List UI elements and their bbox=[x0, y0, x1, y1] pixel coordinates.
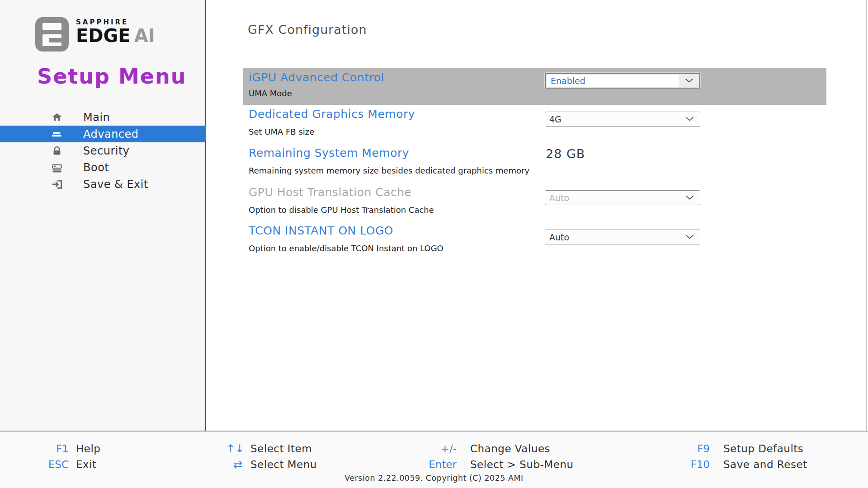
hotkey-bar: F1 Help ESC Exit ↑↓ Select Item ⇄ Select… bbox=[0, 431, 868, 488]
sidebar-item-label: Save & Exit bbox=[83, 178, 148, 191]
scrollbar-track[interactable] bbox=[866, 0, 868, 431]
sidebar-item-label: Advanced bbox=[83, 128, 139, 141]
select-value: Enabled bbox=[547, 75, 679, 87]
setting-desc-tcon-instant-on-logo: Option to enable/disable TCON Instant on… bbox=[249, 244, 443, 253]
hotkey-label: Select Menu bbox=[250, 459, 317, 470]
hotkey-label: Exit bbox=[76, 459, 97, 470]
setting-label-gpu-host-translation-cache: GPU Host Translation Cache bbox=[249, 186, 411, 199]
setting-desc-dedicated-graphics-memory: Set UMA FB size bbox=[249, 127, 314, 136]
drive-icon bbox=[51, 161, 63, 174]
setting-label-igpu-advanced-control[interactable]: iGPU Advanced Control bbox=[249, 71, 384, 84]
logo-text: SAPPHIRE EDGEAI bbox=[76, 17, 155, 45]
bios-setup-screen: SAPPHIRE EDGEAI Setup Menu Main Advanced bbox=[0, 0, 868, 488]
hotkey-label: Select Item bbox=[250, 443, 312, 455]
tcon-instant-on-logo-select[interactable]: Auto bbox=[545, 230, 700, 244]
select-value: 4G bbox=[545, 112, 679, 126]
page-title: GFX Configuration bbox=[248, 23, 367, 37]
chevron-down-icon bbox=[679, 191, 700, 205]
bios-version-text: Version 2.22.0059. Copyright (C) 2025 AM… bbox=[0, 474, 868, 483]
hotkey-save-reset: F10 Save and Reset bbox=[651, 458, 807, 471]
setting-label-dedicated-graphics-memory[interactable]: Dedicated Graphics Memory bbox=[249, 108, 415, 121]
hotkey-label: Help bbox=[76, 443, 100, 455]
setup-menu-title: Setup Menu bbox=[37, 64, 186, 89]
hotkey-select-item: ↑↓ Select Item bbox=[226, 442, 312, 455]
igpu-advanced-control-select[interactable]: Enabled bbox=[545, 73, 700, 89]
hotkey-help: F1 Help bbox=[27, 442, 100, 455]
hotkey-select-menu: ⇄ Select Menu bbox=[226, 458, 317, 471]
left-right-arrows-icon: ⇄ bbox=[226, 458, 242, 471]
hotkey-label: Select > Sub-Menu bbox=[470, 459, 574, 470]
hotkey-label: Save and Reset bbox=[723, 459, 807, 470]
sidebar-item-label: Main bbox=[83, 111, 110, 124]
sidebar: SAPPHIRE EDGEAI Setup Menu Main Advanced bbox=[0, 0, 206, 431]
sliders-icon bbox=[51, 128, 63, 141]
hotkey-change-values: +/- Change Values bbox=[389, 442, 550, 455]
sidebar-menu: Main Advanced Security Boot bbox=[0, 109, 206, 192]
sidebar-item-security[interactable]: Security bbox=[0, 142, 206, 159]
hotkey-key: F10 bbox=[651, 459, 710, 470]
hotkey-label: Setup Defaults bbox=[723, 443, 803, 455]
setting-desc-igpu-advanced-control: UMA Mode bbox=[249, 89, 292, 98]
hotkey-key: Enter bbox=[389, 459, 457, 470]
setting-desc-remaining-system-memory: Remaining system memory size besides ded… bbox=[249, 166, 529, 175]
sidebar-item-advanced[interactable]: Advanced bbox=[0, 126, 206, 142]
hotkey-setup-defaults: F9 Setup Defaults bbox=[651, 442, 803, 455]
hotkey-key: ESC bbox=[27, 459, 69, 470]
sidebar-item-main[interactable]: Main bbox=[0, 109, 206, 126]
hotkey-label: Change Values bbox=[470, 443, 550, 455]
sidebar-item-save-exit[interactable]: Save & Exit bbox=[0, 176, 206, 192]
logo-edge: EDGE bbox=[76, 25, 131, 46]
sidebar-item-label: Boot bbox=[83, 161, 109, 174]
setting-desc-gpu-host-translation-cache: Option to disable GPU Host Translation C… bbox=[249, 205, 434, 215]
chevron-down-icon[interactable] bbox=[679, 230, 700, 244]
hotkey-select-submenu: Enter Select > Sub-Menu bbox=[389, 458, 574, 471]
up-down-arrows-icon: ↑↓ bbox=[226, 442, 242, 455]
chevron-down-icon[interactable] bbox=[679, 74, 699, 88]
gpu-host-translation-cache-select: Auto bbox=[545, 190, 700, 205]
remaining-system-memory-value: 28 GB bbox=[546, 147, 585, 161]
chevron-down-icon[interactable] bbox=[679, 112, 700, 126]
hotkey-key: +/- bbox=[389, 443, 457, 455]
home-icon bbox=[51, 111, 63, 124]
setting-label-tcon-instant-on-logo[interactable]: TCON INSTANT ON LOGO bbox=[249, 224, 393, 237]
hotkey-key: F9 bbox=[651, 443, 710, 455]
sapphire-logo-icon bbox=[35, 17, 69, 52]
select-value: Auto bbox=[545, 191, 679, 205]
exit-icon bbox=[51, 178, 63, 191]
setting-label-remaining-system-memory[interactable]: Remaining System Memory bbox=[249, 146, 409, 160]
select-value: Auto bbox=[545, 230, 679, 244]
sidebar-item-boot[interactable]: Boot bbox=[0, 159, 206, 176]
sidebar-item-label: Security bbox=[83, 145, 130, 157]
logo-ai: AI bbox=[134, 25, 155, 46]
dedicated-graphics-memory-select[interactable]: 4G bbox=[545, 112, 700, 127]
lock-icon bbox=[51, 145, 63, 157]
hotkey-exit: ESC Exit bbox=[27, 458, 97, 471]
logo-name: EDGEAI bbox=[76, 26, 155, 45]
sapphire-edge-logo: SAPPHIRE EDGEAI bbox=[35, 17, 155, 52]
hotkey-key: F1 bbox=[27, 443, 69, 455]
